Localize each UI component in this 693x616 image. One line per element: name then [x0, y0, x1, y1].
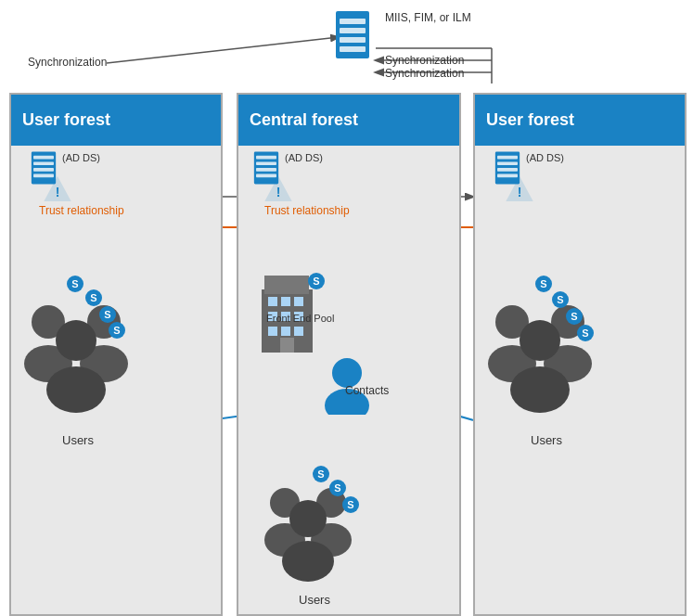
svg-point-30 — [56, 320, 96, 361]
left-ad-label: (AD DS) — [62, 152, 100, 163]
svg-rect-42 — [281, 297, 290, 306]
skype-badge-3: S — [99, 306, 116, 323]
svg-rect-60 — [497, 156, 518, 160]
svg-point-57 — [289, 500, 327, 537]
center-ad-label: (AD DS) — [285, 152, 323, 163]
right-skype-badge-1: S — [535, 276, 552, 292]
left-forest: User forest (AD DS) ! Trust relationship — [9, 93, 223, 616]
svg-rect-48 — [281, 327, 290, 336]
center-forest-title: Central forest — [250, 110, 358, 130]
left-user-group: S S S S — [20, 271, 169, 422]
right-user-group: S S S S — [484, 271, 633, 422]
center-warning-icon: ! — [264, 176, 292, 205]
center-forest: Central forest (AD DS) ! Trust relations… — [237, 93, 461, 616]
center-bottom-badge-3: S — [342, 496, 359, 513]
svg-rect-33 — [256, 156, 276, 160]
right-skype-badge-4: S — [577, 325, 594, 341]
right-skype-badge-2: S — [552, 291, 569, 308]
svg-text:!: ! — [276, 185, 281, 199]
front-end-label: Front End Pool — [266, 313, 334, 324]
svg-rect-62 — [497, 168, 518, 172]
svg-rect-41 — [268, 297, 277, 306]
right-skype-badge-3: S — [566, 308, 583, 325]
svg-rect-47 — [268, 327, 277, 336]
miis-server-icon — [334, 9, 371, 60]
svg-rect-49 — [294, 327, 303, 336]
svg-text:!: ! — [56, 185, 60, 199]
left-users-label: Users — [62, 433, 94, 447]
skype-badge-2: S — [85, 289, 102, 306]
right-forest-title: User forest — [486, 110, 574, 130]
svg-rect-15 — [340, 19, 366, 24]
center-bottom-badge-1: S — [313, 466, 329, 482]
sync-label-left: Synchronization — [28, 56, 107, 69]
svg-rect-18 — [340, 46, 366, 52]
center-users-label: Users — [299, 593, 330, 607]
svg-rect-43 — [294, 297, 303, 306]
skype-badge-4: S — [109, 322, 125, 339]
svg-rect-22 — [33, 168, 54, 172]
miis-label: MIIS, FIM, or ILM — [385, 11, 471, 24]
center-forest-header: Central forest — [238, 95, 459, 146]
svg-rect-20 — [33, 156, 54, 160]
svg-rect-50 — [280, 338, 294, 353]
right-users-label: Users — [531, 433, 562, 447]
left-trust-label: Trust relationship — [39, 204, 124, 217]
left-forest-title: User forest — [22, 110, 110, 130]
svg-rect-34 — [256, 161, 276, 165]
svg-rect-21 — [33, 161, 54, 165]
svg-text:!: ! — [518, 185, 522, 199]
svg-point-31 — [46, 366, 106, 413]
right-forest: User forest (AD DS) ! S S S — [473, 93, 687, 616]
svg-rect-16 — [340, 28, 366, 33]
svg-rect-61 — [497, 161, 518, 165]
sync-label-right2: Synchronization — [385, 67, 464, 80]
svg-point-58 — [282, 541, 334, 582]
sync-label-right1: Synchronization — [385, 54, 464, 67]
left-warning-icon: ! — [44, 176, 71, 205]
svg-rect-17 — [340, 37, 366, 43]
right-ad-label: (AD DS) — [526, 152, 564, 163]
svg-rect-40 — [264, 276, 309, 294]
center-skype-badge: S — [308, 273, 325, 289]
right-forest-header: User forest — [475, 95, 685, 146]
svg-point-71 — [510, 366, 570, 413]
svg-point-70 — [520, 320, 560, 361]
center-bottom-badge-2: S — [329, 480, 346, 496]
right-warning-icon: ! — [506, 176, 533, 205]
center-user-group: S S S — [257, 461, 387, 584]
skype-badge-1: S — [67, 276, 83, 292]
left-forest-header: User forest — [11, 95, 221, 146]
center-trust-label: Trust relationship — [264, 204, 350, 217]
svg-rect-35 — [256, 168, 276, 172]
contacts-label: Contacts — [345, 384, 389, 397]
